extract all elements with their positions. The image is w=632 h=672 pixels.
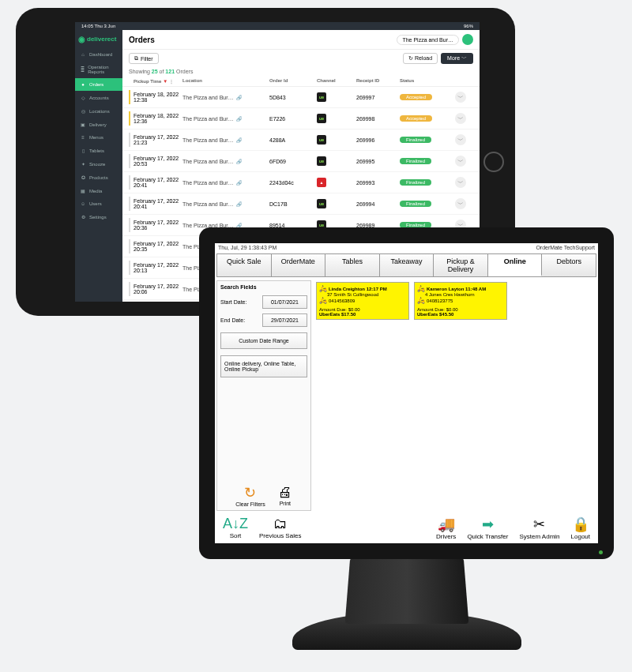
- row-indicator: [129, 154, 130, 168]
- col-pickup[interactable]: Pickup Time ▼ ⋮: [134, 78, 182, 84]
- menu-icon: ☺: [80, 201, 86, 206]
- expand-button[interactable]: ﹀: [455, 92, 466, 103]
- quick-transfer-button[interactable]: ➡ Quick Transfer: [467, 516, 508, 540]
- filters-title: Search Fields: [220, 284, 307, 290]
- pickup-cell: February 18, 2022 12:36: [134, 113, 182, 124]
- orderid-cell: DC17B: [269, 201, 317, 207]
- table-row[interactable]: February 17, 2022 21:23The Pizza and Bur…: [122, 130, 480, 151]
- expand-button[interactable]: ﹀: [455, 177, 466, 188]
- sidebar-item-users[interactable]: ☺Users: [75, 197, 122, 210]
- previous-sales-button[interactable]: 🗂 Previous Sales: [259, 516, 301, 540]
- menu-icon: ≡: [80, 135, 86, 140]
- drivers-button[interactable]: 🚚 Drivers: [436, 516, 456, 540]
- table-row[interactable]: February 18, 2022 12:36The Pizza and Bur…: [122, 108, 480, 130]
- card-phone: 0408123775: [427, 298, 453, 303]
- sidebar-item-snooze[interactable]: ✦Snooze: [75, 157, 122, 171]
- search-filters-panel: Search Fields Start Date: 01/07/2021 End…: [216, 280, 311, 511]
- sidebar-item-menus[interactable]: ≡Menus: [75, 131, 122, 144]
- avatar[interactable]: [462, 34, 473, 45]
- orderid-cell: 4288A: [269, 137, 317, 143]
- sidebar-item-operation-reports[interactable]: ≣Operation Reports: [75, 61, 122, 78]
- sidebar-item-delivery[interactable]: ▣Delivery: [75, 118, 122, 131]
- col-orderid[interactable]: Order Id: [269, 78, 317, 84]
- link-icon: 🔗: [236, 159, 242, 164]
- menu-icon: ⚙: [80, 214, 86, 220]
- location-selector[interactable]: The Pizza and Bur…: [397, 35, 459, 45]
- expand-button[interactable]: ﹀: [455, 156, 466, 167]
- expand-button[interactable]: ﹀: [455, 113, 466, 124]
- sidebar-item-accounts[interactable]: ◇Accounts: [75, 91, 122, 104]
- system-admin-button[interactable]: ✂ System Admin: [519, 516, 559, 540]
- status-badge: Finalized: [400, 179, 431, 186]
- transfer-icon: ➡: [467, 516, 508, 533]
- table-row[interactable]: February 18, 2022 12:38The Pizza and Bur…: [122, 87, 480, 108]
- location-cell: The Pizza and Bur… 🔗: [182, 201, 269, 207]
- tab-ordermate[interactable]: OrderMate: [272, 254, 326, 276]
- more-button[interactable]: More ﹀: [441, 53, 473, 64]
- sidebar-item-orders[interactable]: ●Orders: [75, 78, 122, 91]
- tab-debtors[interactable]: Debtors: [542, 254, 596, 276]
- expand-button[interactable]: ﹀: [455, 198, 466, 209]
- channel-badge: ue: [317, 156, 326, 166]
- row-indicator: [129, 175, 130, 190]
- pickup-cell: February 17, 2022 20:36: [134, 220, 182, 231]
- status-cell: Finalized: [400, 201, 455, 207]
- status-badge: Accepted: [400, 94, 432, 100]
- order-card[interactable]: 🛵Kameron Layton 11:48 AM4 Jones Cres Haw…: [414, 282, 507, 320]
- tablet-home-button[interactable]: [483, 152, 504, 172]
- sidebar-item-products[interactable]: ✪Products: [75, 171, 122, 184]
- row-indicator: [129, 261, 130, 275]
- table-row[interactable]: February 17, 2022 20:41The Pizza and Bur…: [122, 193, 480, 215]
- delivery-icon: 🛵: [417, 285, 425, 292]
- table-row[interactable]: February 17, 2022 20:53The Pizza and Bur…: [122, 151, 480, 172]
- order-card[interactable]: 🛵Linda Creighton 12:17 PM37 Smith St Col…: [316, 282, 409, 320]
- pickup-cell: February 18, 2022 12:38: [134, 92, 182, 103]
- receipt-cell: 269997: [356, 95, 400, 100]
- pos-datetime: Thu, Jul, 29 1:38:43 PM: [218, 245, 276, 250]
- filter-button[interactable]: ⧉ Filter: [129, 53, 159, 64]
- custom-date-range-button[interactable]: Custom Date Range: [220, 332, 307, 349]
- sidebar-item-dashboard[interactable]: ⌂Dashboard: [75, 48, 122, 61]
- sidebar-item-tablets[interactable]: ▯Tablets: [75, 144, 122, 157]
- col-location[interactable]: Location: [182, 78, 269, 84]
- printer-icon: 🖨: [278, 484, 292, 501]
- table-row[interactable]: February 17, 2022 20:41The Pizza and Bur…: [122, 172, 480, 193]
- reload-button[interactable]: ↻ Reload: [403, 53, 438, 64]
- location-cell: The Pizza and Bur… 🔗: [182, 116, 269, 122]
- pickup-cell: February 17, 2022 20:41: [134, 198, 182, 209]
- pickup-cell: February 17, 2022 20:13: [134, 262, 182, 273]
- menu-label: Snooze: [89, 162, 105, 167]
- row-indicator: [129, 197, 130, 211]
- menu-label: Products: [89, 175, 108, 180]
- monitor-stand-neck: [345, 558, 469, 624]
- col-channel[interactable]: Channel: [317, 78, 356, 84]
- col-receipt[interactable]: Receipt ID: [356, 78, 400, 84]
- delivery-icon: 🛵: [319, 285, 327, 292]
- statusbar-battery: 96%: [464, 24, 473, 28]
- filter-types-button[interactable]: Online delivery, Online Table, Online Pi…: [220, 355, 307, 377]
- tab-tables[interactable]: Tables: [325, 254, 380, 276]
- tab-takeaway[interactable]: Takeaway: [380, 254, 434, 276]
- print-button[interactable]: 🖨 Print: [278, 484, 292, 507]
- logout-button[interactable]: 🔒 Logout: [571, 516, 590, 540]
- start-date-button[interactable]: 01/07/2021: [262, 295, 307, 309]
- card-total: UberEats $45.50: [417, 312, 504, 317]
- sidebar-item-media[interactable]: ▦Media: [75, 184, 122, 197]
- clear-filters-button[interactable]: ↻ Clear Filters: [235, 484, 265, 507]
- expand-button[interactable]: ﹀: [455, 134, 466, 145]
- menu-icon: ✦: [80, 161, 86, 167]
- menu-icon: ◇: [80, 95, 86, 100]
- sidebar-item-locations[interactable]: ◎Locations: [75, 104, 122, 118]
- end-date-button[interactable]: 29/07/2021: [262, 313, 307, 327]
- sidebar-item-settings[interactable]: ⚙Settings: [75, 210, 122, 223]
- sort-icon: A↓Z: [223, 516, 248, 532]
- location-cell: The Pizza and Bur… 🔗: [182, 95, 269, 100]
- sort-button[interactable]: A↓Z Sort: [223, 516, 248, 540]
- deliverect-logo: deliverect: [75, 30, 122, 48]
- col-status[interactable]: Status: [400, 78, 455, 84]
- tab-pickup-delivery[interactable]: Pickup & Delivery: [434, 254, 488, 276]
- tab-online[interactable]: Online: [488, 254, 543, 276]
- menu-label: Tablets: [89, 148, 104, 153]
- tab-quick-sale[interactable]: Quick Sale: [217, 254, 272, 276]
- menu-icon: ▯: [80, 148, 86, 153]
